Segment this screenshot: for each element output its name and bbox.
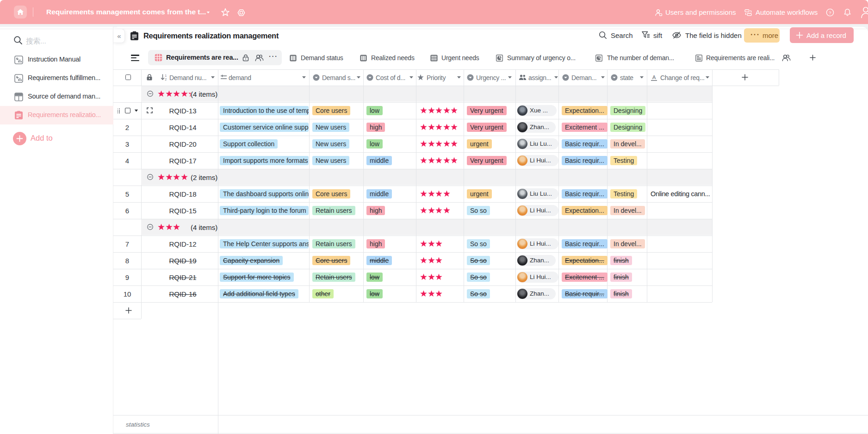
svg-text:1: 1 <box>165 74 167 77</box>
svg-text:?: ? <box>829 10 831 15</box>
svg-text:A: A <box>652 74 656 80</box>
svg-text:2: 2 <box>165 78 167 81</box>
